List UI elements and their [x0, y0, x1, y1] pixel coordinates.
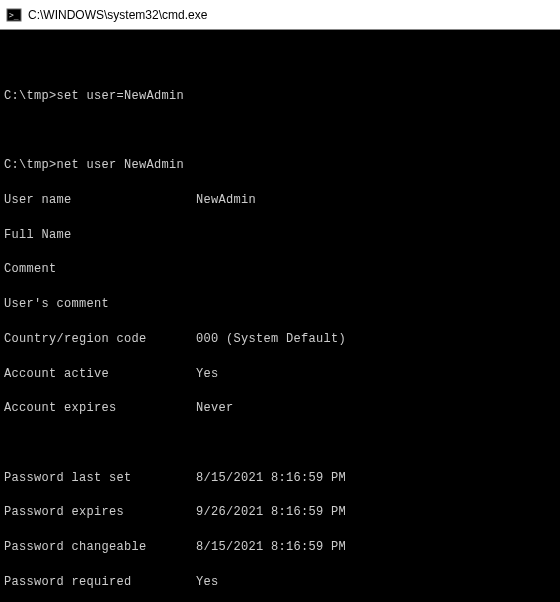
output-row: Password requiredYes: [4, 574, 558, 591]
window-title: C:\WINDOWS\system32\cmd.exe: [28, 8, 207, 22]
output-row: Password expires9/26/2021 8:16:59 PM: [4, 504, 558, 521]
output-row: User's comment: [4, 296, 558, 313]
window-titlebar[interactable]: >_ C:\WINDOWS\system32\cmd.exe: [0, 0, 560, 30]
output-row: Comment: [4, 261, 558, 278]
output-row: Full Name: [4, 227, 558, 244]
output-row: Password changeable8/15/2021 8:16:59 PM: [4, 539, 558, 556]
cmd-line: C:\tmp>set user=NewAdmin: [4, 88, 558, 105]
output-row: Country/region code000 (System Default): [4, 331, 558, 348]
output-row: Account expiresNever: [4, 400, 558, 417]
output-row: Account activeYes: [4, 366, 558, 383]
cmd-icon: >_: [6, 7, 22, 23]
svg-text:>_: >_: [9, 11, 19, 20]
output-row: User nameNewAdmin: [4, 192, 558, 209]
cmd-line: C:\tmp>net user NewAdmin: [4, 157, 558, 174]
terminal-output[interactable]: C:\tmp>set user=NewAdmin C:\tmp>net user…: [0, 30, 560, 602]
output-row: Password last set8/15/2021 8:16:59 PM: [4, 470, 558, 487]
